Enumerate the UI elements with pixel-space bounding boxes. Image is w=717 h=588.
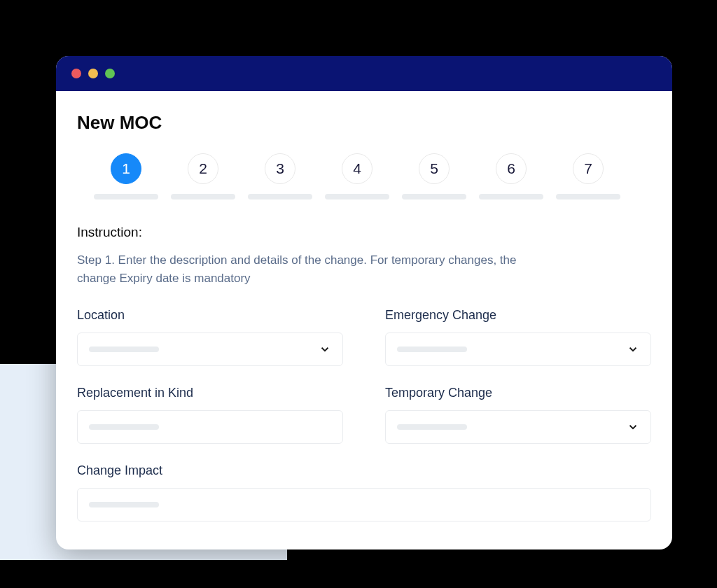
location-select[interactable] (77, 332, 343, 366)
step-bar (248, 194, 312, 200)
placeholder-skeleton (89, 346, 159, 352)
step-circle: 3 (265, 153, 295, 184)
step-bar (556, 194, 620, 200)
instruction-text: Step 1. Enter the description and detail… (77, 251, 539, 287)
step-7[interactable]: 7 (556, 153, 620, 200)
emergency-change-select[interactable] (385, 332, 651, 366)
maximize-icon[interactable] (105, 69, 115, 78)
step-circle: 2 (188, 153, 218, 184)
step-5[interactable]: 5 (402, 153, 466, 200)
window-titlebar (56, 56, 672, 91)
field-label: Temporary Change (385, 386, 651, 400)
step-circle: 1 (111, 153, 141, 184)
field-label: Emergency Change (385, 308, 651, 323)
field-label: Change Impact (77, 463, 651, 478)
close-icon[interactable] (71, 69, 81, 78)
placeholder-skeleton (89, 502, 159, 507)
step-bar (94, 194, 158, 200)
app-window: New MOC 1 2 3 4 5 6 (56, 56, 672, 550)
window-content: New MOC 1 2 3 4 5 6 (56, 91, 672, 550)
field-label: Location (77, 308, 343, 323)
location-field: Location (77, 308, 343, 366)
placeholder-skeleton (89, 424, 159, 430)
emergency-change-field: Emergency Change (385, 308, 651, 366)
step-circle: 6 (496, 153, 527, 184)
page-title: New MOC (77, 112, 651, 134)
step-circle: 5 (419, 153, 450, 184)
instruction-heading: Instruction: (77, 225, 651, 240)
replacement-in-kind-input[interactable] (77, 410, 343, 444)
minimize-icon[interactable] (88, 69, 98, 78)
chevron-down-icon (319, 343, 331, 356)
step-4[interactable]: 4 (325, 153, 389, 200)
step-bar (325, 194, 389, 200)
step-6[interactable]: 6 (479, 153, 543, 200)
replacement-in-kind-field: Replacement in Kind (77, 386, 343, 444)
step-circle: 7 (573, 153, 604, 184)
step-3[interactable]: 3 (248, 153, 312, 200)
chevron-down-icon (627, 421, 639, 433)
temporary-change-field: Temporary Change (385, 386, 651, 444)
field-label: Replacement in Kind (77, 386, 343, 400)
step-bar (479, 194, 543, 200)
step-bar (402, 194, 466, 200)
change-impact-input[interactable] (77, 488, 651, 522)
temporary-change-select[interactable] (385, 410, 651, 444)
chevron-down-icon (627, 343, 639, 356)
step-bar (171, 194, 235, 200)
form-grid: Location Emergency Change Replacement in… (77, 308, 651, 522)
step-1[interactable]: 1 (94, 153, 158, 200)
placeholder-skeleton (397, 424, 467, 430)
step-circle: 4 (342, 153, 373, 184)
step-2[interactable]: 2 (171, 153, 235, 200)
change-impact-field: Change Impact (77, 463, 651, 522)
placeholder-skeleton (397, 346, 467, 352)
stepper: 1 2 3 4 5 6 7 (77, 153, 651, 200)
